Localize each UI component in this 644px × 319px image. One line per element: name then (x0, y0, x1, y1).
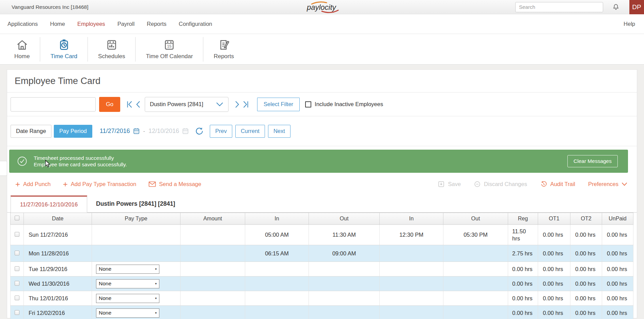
tab-pay-period[interactable]: 11/27/2016-12/10/2016 (11, 196, 87, 213)
start-date-calendar-icon[interactable] (133, 128, 140, 135)
out-cell (309, 262, 380, 276)
include-inactive-checkbox[interactable] (305, 101, 311, 107)
pay-period-button[interactable]: Pay Period (54, 125, 92, 138)
employee-nav-row: Go Dustin Powers [2841] Select Filter (7, 93, 637, 116)
global-search-input[interactable] (515, 2, 603, 12)
out-cell (443, 262, 508, 276)
in-cell: 06:15 AM (245, 245, 309, 262)
col-header-in1: In (245, 213, 309, 225)
select-all-checkbox[interactable] (15, 216, 19, 220)
amount-cell (180, 245, 245, 262)
nav-item-employees[interactable]: Employees (77, 21, 105, 27)
date-cell: Tue 11/29/2016 (24, 262, 92, 276)
timecard-row: Fri 12/02/2016None▾0.00 hrs0.00 hrs0.00 … (11, 306, 633, 319)
save-button[interactable]: Save (438, 181, 461, 188)
toolbar-item-reports[interactable]: Reports (203, 38, 244, 60)
reg-cell: 0.00 hrs (508, 306, 538, 319)
reg-cell: 2.75 hrs (508, 245, 538, 262)
in-cell (380, 262, 443, 276)
nav-item-help[interactable]: Help (624, 21, 635, 27)
next-employee-icon[interactable] (235, 101, 239, 108)
row-select-cell (11, 276, 24, 291)
row-checkbox[interactable] (15, 251, 19, 255)
date-range-button[interactable]: Date Range (11, 125, 51, 138)
toolbar-item-time-off-calendar[interactable]: 15 Time Off Calendar (136, 38, 203, 60)
select-filter-button[interactable]: Select Filter (257, 98, 300, 111)
ot2-cell: 0.00 hrs (570, 245, 602, 262)
date-cell: Wed 11/30/2016 (24, 276, 92, 291)
ot2-cell: 0.00 hrs (570, 306, 602, 319)
row-checkbox[interactable] (15, 266, 19, 271)
employee-search-input[interactable] (11, 97, 96, 112)
toolbar-item-home[interactable]: Home (4, 38, 40, 60)
go-button[interactable]: Go (99, 97, 120, 112)
row-checkbox[interactable] (15, 232, 19, 237)
nav-item-applications[interactable]: Applications (7, 21, 38, 27)
out-cell: 05:30 PM (443, 225, 508, 245)
employee-pager (125, 101, 142, 108)
reg-cell: 11.50 hrs (508, 225, 538, 245)
audit-trail-button[interactable]: Audit Trail (540, 181, 575, 188)
clear-messages-button[interactable]: Clear Messages (567, 155, 618, 167)
out-cell (309, 306, 380, 319)
refresh-icon[interactable] (195, 127, 203, 135)
last-employee-icon[interactable] (243, 101, 249, 108)
add-punch-button[interactable]: + Add Punch (15, 180, 51, 188)
notifications-bell-icon[interactable] (612, 3, 620, 11)
row-select-cell (11, 225, 24, 245)
date-cell: Mon 11/28/2016 (24, 245, 92, 262)
nav-item-home[interactable]: Home (50, 21, 65, 27)
in-cell: 05:00 AM (245, 225, 309, 245)
prev-period-button[interactable]: Prev (210, 125, 232, 138)
nav-item-configuration[interactable]: Configuration (179, 21, 212, 27)
main-nav: Applications Home Employees Payroll Repo… (0, 14, 644, 34)
ot1-cell: 0.00 hrs (538, 291, 570, 306)
ot2-cell: 0.00 hrs (570, 225, 602, 245)
employee-select[interactable]: Dustin Powers [2841] (145, 97, 229, 112)
out-cell (443, 291, 508, 306)
side-panel-handle[interactable] (0, 161, 7, 176)
row-checkbox[interactable] (15, 296, 19, 300)
first-employee-icon[interactable] (127, 101, 132, 108)
preferences-button[interactable]: Preferences (588, 181, 627, 187)
reports-icon (217, 38, 230, 51)
timecard-row: Thu 12/01/2016None▾0.00 hrs0.00 hrs0.00 … (11, 291, 633, 306)
col-header-out2: Out (443, 213, 508, 225)
user-avatar[interactable]: DP (629, 0, 644, 14)
audit-trail-icon (540, 181, 547, 188)
previous-employee-icon[interactable] (136, 101, 140, 108)
next-period-button[interactable]: Next (268, 125, 290, 138)
start-date[interactable]: 11/27/2016 (100, 128, 130, 135)
unpaid-cell: 0.00 hrs (602, 262, 633, 276)
select-arrow-icon: ▾ (155, 297, 157, 300)
ot1-cell: 0.00 hrs (538, 306, 570, 319)
in-cell (380, 245, 443, 262)
col-header-unpaid: UnPaid (602, 213, 633, 225)
send-a-message-button[interactable]: Send a Message (148, 181, 201, 187)
col-header-pay-type: Pay Type (92, 213, 180, 225)
date-separator: - (143, 128, 145, 134)
pay-type-cell (92, 245, 180, 262)
out-cell (443, 245, 508, 262)
reg-cell: 0.00 hrs (508, 276, 538, 291)
pay-type-select[interactable]: None▾ (96, 265, 159, 274)
pay-type-select[interactable]: None▾ (96, 294, 159, 303)
current-period-button[interactable]: Current (235, 125, 265, 138)
in-cell (380, 306, 443, 319)
add-pay-type-transaction-button[interactable]: + Add Pay Type Transaction (63, 180, 136, 188)
pay-type-select[interactable]: None▾ (96, 279, 159, 288)
out-cell (309, 291, 380, 306)
discard-changes-button[interactable]: Discard Changes (474, 181, 527, 188)
toolbar-item-time-card[interactable]: Time Card (40, 38, 88, 60)
nav-item-payroll[interactable]: Payroll (117, 21, 135, 27)
row-checkbox[interactable] (15, 281, 19, 286)
chevron-down-icon (216, 102, 223, 106)
schedules-icon (105, 38, 118, 51)
nav-item-reports[interactable]: Reports (147, 21, 167, 27)
pay-type-select[interactable]: None▾ (96, 308, 159, 318)
row-checkbox[interactable] (15, 310, 19, 315)
toolbar-item-schedules[interactable]: Schedules (88, 38, 135, 60)
timecard-employee-label: Dustin Powers [2841] [2841] (96, 200, 175, 207)
timecard-table: Date Pay Type Amount In Out In Out Reg O… (10, 213, 633, 319)
in-cell (380, 291, 443, 306)
